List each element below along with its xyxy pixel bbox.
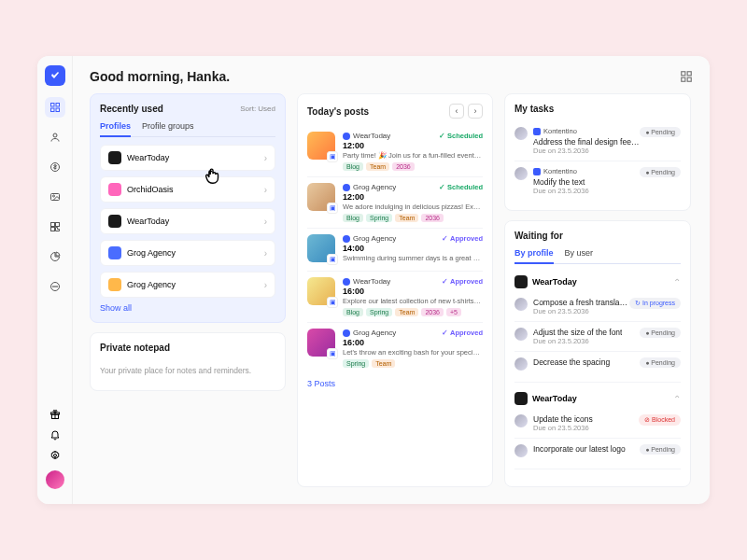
post-tag: Spring	[366, 308, 392, 316]
task-title: Update the icons	[533, 414, 593, 424]
task-badge: ● Pending	[640, 328, 681, 338]
task-title: Decrease the spacing	[533, 357, 610, 367]
task-row[interactable]: KontentinoModify the textDue on 23.5.203…	[514, 161, 681, 201]
tab-profiles[interactable]: Profiles	[100, 121, 131, 137]
post-row[interactable]: ▣ Grog Agency ✓ Approved 16:00 Let's thr…	[307, 323, 483, 373]
post-time: 12:00	[343, 192, 483, 202]
tab-profile-groups[interactable]: Profile groups	[142, 121, 194, 136]
post-platform-icon: ▣	[327, 254, 338, 265]
nav-settings-icon[interactable]	[49, 450, 61, 461]
nav-chart-icon[interactable]	[45, 246, 65, 267]
left-sidebar	[37, 56, 73, 504]
task-title: Incorporate our latest logo	[533, 444, 626, 454]
app-logo[interactable]	[45, 65, 65, 86]
post-status: ✓ Scheduled	[439, 132, 483, 140]
post-platform-icon: ▣	[327, 203, 338, 214]
svg-rect-21	[687, 77, 691, 81]
post-tag: Team	[395, 308, 418, 316]
post-profile: Grog Agency	[343, 234, 396, 243]
task-avatar	[514, 357, 528, 371]
profile-row[interactable]: Grog Agency›	[100, 272, 275, 298]
user-avatar[interactable]	[46, 470, 64, 489]
sort-label[interactable]: Sort: Used	[240, 105, 275, 113]
task-badge: ↻ In progress	[629, 298, 681, 309]
page-title: Good morning, Hanka.	[90, 69, 230, 84]
waiting-task-row[interactable]: Incorporate our latest logo● Pending	[514, 439, 681, 463]
post-row[interactable]: ▣ Grog Agency ✓ Approved 14:00 Swimming …	[307, 229, 483, 272]
task-badge: ● Pending	[640, 167, 681, 177]
waiting-section-header[interactable]: WearToday⌃	[514, 388, 681, 409]
notepad-placeholder[interactable]: Your private place for notes and reminde…	[100, 360, 275, 381]
post-thumb: ▣	[307, 277, 335, 305]
nav-image-icon[interactable]	[45, 187, 65, 207]
waiting-task-row[interactable]: Decrease the spacing● Pending	[514, 352, 681, 376]
post-tag: 2036	[421, 214, 444, 222]
profile-row[interactable]: Grog Agency›	[100, 240, 275, 266]
post-thumb: ▣	[307, 234, 335, 262]
post-tag: Blog	[343, 214, 363, 222]
post-row[interactable]: ▣ Grog Agency ✓ Scheduled 12:00 We adore…	[307, 177, 483, 229]
waiting-task-row[interactable]: Update the iconsDue on 23.5.2036⊘ Blocke…	[514, 409, 681, 439]
svg-rect-9	[55, 223, 59, 227]
task-due: Due on 23.5.2036	[533, 147, 640, 155]
svg-rect-8	[50, 223, 54, 227]
post-time: 14:00	[343, 244, 483, 253]
posts-prev-button[interactable]: ‹	[449, 104, 464, 119]
post-profile: WearToday	[343, 132, 390, 140]
post-text: Party time! 🎉 Join us for a fun-filled e…	[343, 151, 483, 160]
waiting-section: WearToday⌃Compose a fresh translationDue…	[514, 272, 681, 383]
svg-point-13	[54, 287, 55, 287]
post-tag: 2036	[392, 162, 415, 171]
recently-used-tabs: Profiles Profile groups	[100, 121, 275, 137]
my-tasks-card: My tasks KontentinoAddress the final des…	[504, 93, 691, 211]
waiting-task-row[interactable]: Adjust the size of the fontDue on 23.5.2…	[514, 322, 681, 352]
waiting-title: Waiting for	[514, 231, 563, 241]
nav-more-icon[interactable]	[45, 276, 65, 297]
waiting-card: Waiting for By profile By user WearToday…	[504, 220, 691, 487]
post-profile: Grog Agency	[343, 329, 396, 337]
profile-row[interactable]: WearToday›	[100, 208, 275, 234]
post-text: Swimming during summer days is a great w…	[343, 254, 483, 262]
task-row[interactable]: KontentinoAddress the final design feedb…	[514, 121, 681, 161]
posts-more-link[interactable]: 3 Posts	[307, 379, 483, 388]
waiting-task-row[interactable]: Compose a fresh translationDue on 23.5.2…	[514, 292, 681, 322]
waiting-section: WearToday⌃Update the iconsDue on 23.5.20…	[514, 388, 681, 469]
chevron-right-icon: ›	[264, 153, 267, 163]
task-badge: ● Pending	[640, 357, 681, 368]
chevron-right-icon: ›	[264, 217, 267, 227]
nav-dashboard-icon[interactable]	[45, 97, 65, 118]
profile-row[interactable]: WearToday›	[100, 145, 275, 171]
post-status: ✓ Approved	[442, 329, 483, 337]
task-avatar	[514, 444, 528, 457]
today-posts-title: Today's posts	[307, 106, 369, 117]
post-tag: Team	[366, 162, 389, 171]
post-thumb: ▣	[307, 329, 335, 357]
post-platform-icon: ▣	[327, 297, 338, 308]
task-avatar	[514, 298, 528, 311]
post-tag: Blog	[343, 308, 363, 316]
notepad-card: Private notepad Your private place for n…	[90, 332, 286, 391]
chevron-up-icon: ⌃	[673, 277, 681, 287]
show-all-link[interactable]: Show all	[100, 303, 275, 313]
post-row[interactable]: ▣ WearToday ✓ Scheduled 12:00 Party time…	[307, 126, 483, 177]
nav-gift-icon[interactable]	[49, 409, 61, 420]
svg-rect-0	[50, 104, 54, 107]
task-avatar	[514, 328, 528, 341]
waiting-section-header[interactable]: WearToday⌃	[514, 272, 681, 292]
profile-name: WearToday	[127, 217, 169, 226]
nav-bell-icon[interactable]	[49, 429, 61, 441]
profile-row[interactable]: OrchidOasis›	[100, 176, 275, 203]
nav-qr-icon[interactable]	[45, 217, 65, 237]
task-workspace: Kontentino	[533, 127, 640, 135]
nav-user-icon[interactable]	[45, 127, 65, 147]
tab-by-profile[interactable]: By profile	[514, 248, 554, 264]
post-row[interactable]: ▣ WearToday ✓ Approved 16:00 Explore our…	[307, 272, 483, 323]
tab-by-user[interactable]: By user	[565, 248, 594, 263]
nav-dollar-icon[interactable]	[45, 157, 65, 177]
profile-name: Grog Agency	[127, 248, 176, 258]
layout-icon[interactable]	[680, 70, 693, 83]
post-tag: Blog	[343, 162, 363, 171]
post-thumb: ▣	[307, 132, 335, 160]
post-time: 12:00	[343, 141, 483, 150]
posts-next-button[interactable]: ›	[468, 104, 483, 119]
